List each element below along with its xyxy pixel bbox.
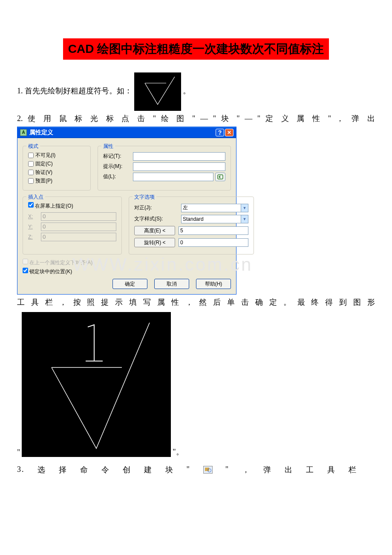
preset-checkbox-label[interactable]: 预置(P) — [28, 177, 85, 185]
chevron-down-icon[interactable]: ▼ — [241, 215, 248, 223]
rotation-input[interactable] — [179, 238, 248, 247]
text-options-fieldset: 文字选项 对正(J): ▼ 文字样式(S): ▼ 高度(E) — [129, 197, 254, 254]
textopt-legend: 文字选项 — [133, 194, 156, 201]
result-symbol-figure — [22, 312, 171, 457]
tag-input[interactable] — [133, 152, 225, 161]
align-prev-label: 在上一个属性定义下对齐(A) — [23, 259, 231, 266]
quote-close: "。 — [173, 448, 183, 456]
height-input[interactable] — [179, 226, 248, 235]
invisible-checkbox-label[interactable]: 不可见(I) — [28, 152, 85, 159]
lock-position-label[interactable]: 锁定块中的位置(K) — [23, 268, 231, 275]
justify-label: 对正(J): — [134, 204, 181, 211]
mode-fieldset: 模式 不可见(I) 固定(C) 验证(V) 预置(P) — [23, 146, 91, 191]
attribute-legend: 属性 — [101, 143, 115, 150]
style-label: 文字样式(S): — [134, 215, 181, 223]
verify-checkbox[interactable] — [28, 170, 34, 175]
y-input — [41, 223, 116, 231]
constant-checkbox[interactable] — [28, 161, 34, 167]
style-select[interactable] — [181, 215, 248, 223]
p1-text: 1. 首先先绘制好粗超度符号。如： — [17, 87, 132, 95]
z-input — [41, 233, 116, 241]
preset-checkbox[interactable] — [28, 178, 34, 184]
result-figure-row: " "。 — [17, 310, 375, 457]
paragraph-1: 1. 首先先绘制好粗超度符号。如： 。 — [17, 72, 375, 111]
height-pick-button[interactable]: 高度(E) < — [134, 226, 175, 235]
rotation-pick-button[interactable]: 旋转(R) < — [134, 238, 175, 247]
paragraph-2: 2. 使 用 鼠 标 光 标 点 击 " 绘 图 " — " 块 " — " 定… — [17, 113, 375, 125]
paragraph-after-dialog: 工 具 栏 ， 按 照 提 示 填 写 属 性 ， 然 后 单 击 确 定 。 … — [17, 296, 375, 309]
ok-button[interactable]: 确定 — [112, 279, 147, 289]
lock-position-checkbox[interactable] — [23, 268, 28, 273]
justify-select[interactable] — [181, 204, 248, 212]
insertion-point-fieldset: 插入点 在屏幕上指定(O) X: Y: Z: — [23, 197, 122, 254]
x-input — [41, 212, 116, 221]
create-block-icon[interactable] — [203, 466, 213, 474]
specify-onscreen-checkbox[interactable] — [28, 202, 34, 208]
tag-label: 标记(T): — [103, 153, 133, 160]
y-label: Y: — [28, 224, 41, 230]
p1-suffix: 。 — [183, 87, 190, 95]
help-icon[interactable]: ? — [216, 129, 224, 136]
value-label: 值(L): — [103, 173, 133, 180]
quote-open: " — [17, 448, 20, 457]
close-icon[interactable]: ✕ — [225, 129, 233, 136]
mode-legend: 模式 — [26, 143, 40, 150]
align-prev-checkbox — [23, 259, 28, 264]
x-label: X: — [28, 214, 41, 220]
attribute-definition-dialog: A 属性定义 ? ✕ 模式 不可见(I) 固定(C) 验证(V) 预置(P) 属… — [17, 127, 236, 295]
document-title: CAD 绘图中标注粗糙度一次建块数次不同值标注 — [63, 38, 329, 60]
chevron-down-icon[interactable]: ▼ — [241, 204, 248, 212]
dialog-title: 属性定义 — [29, 129, 53, 136]
help-button[interactable]: 帮助(H) — [196, 279, 231, 289]
insertion-legend: 插入点 — [26, 194, 45, 201]
prompt-input[interactable] — [133, 162, 225, 171]
verify-checkbox-label[interactable]: 验证(V) — [28, 169, 85, 176]
attribute-fieldset: 属性 标记(T): 提示(M): 值(L): — [98, 146, 231, 191]
constant-checkbox-label[interactable]: 固定(C) — [28, 160, 85, 168]
z-label: Z: — [28, 234, 41, 240]
cancel-button[interactable]: 取消 — [154, 279, 189, 289]
app-icon: A — [20, 129, 27, 136]
roughness-symbol-thumb — [134, 72, 181, 111]
specify-onscreen-label[interactable]: 在屏幕上指定(O) — [28, 202, 116, 210]
invisible-checkbox[interactable] — [28, 153, 34, 158]
paragraph-3: 3. 选 择 命 令 创 建 块 " " ， 弹 出 工 具 栏 — [17, 465, 375, 475]
dialog-titlebar: A 属性定义 ? ✕ — [17, 127, 236, 138]
value-input[interactable] — [133, 173, 213, 181]
prompt-label: 提示(M): — [103, 163, 133, 170]
insert-field-button[interactable] — [215, 173, 225, 181]
